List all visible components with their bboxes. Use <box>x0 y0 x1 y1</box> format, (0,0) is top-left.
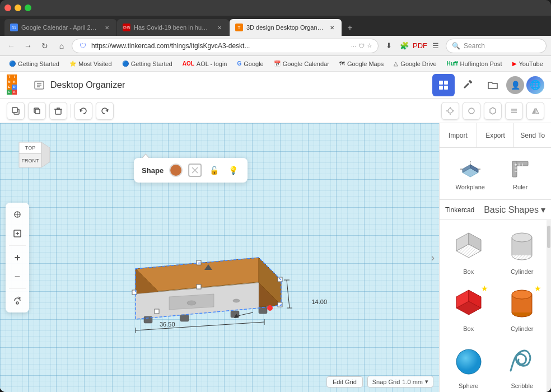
grid-view-button[interactable] <box>432 74 455 96</box>
light-button[interactable] <box>441 102 459 120</box>
tab-calendar[interactable]: 31 Google Calendar - April 2020 ✕ <box>4 19 116 36</box>
forward-button[interactable]: → <box>21 39 35 53</box>
shape-item-cylinder-gray[interactable]: Cylinder <box>498 225 547 277</box>
bookmark-getting-started-1[interactable]: 🔵 Getting Started <box>4 59 64 68</box>
workplane-button[interactable]: Workplane <box>445 152 496 195</box>
bookmark-drive[interactable]: △ Google Drive <box>389 59 441 68</box>
bookmark-getting-started-2[interactable]: 🔵 Getting Started <box>118 59 177 68</box>
bookmark-label: Most Visited <box>78 60 112 67</box>
scrollbar-track[interactable] <box>547 220 551 392</box>
user-avatar[interactable]: 👤 <box>506 76 524 94</box>
shape-visibility-button[interactable]: 💡 <box>226 164 240 177</box>
svg-rect-7 <box>444 86 448 90</box>
pdf-button[interactable]: PDF <box>413 39 427 53</box>
align-button[interactable] <box>505 102 523 120</box>
star-icon: ☆ <box>367 42 372 49</box>
new-tab-button[interactable]: + <box>342 20 358 36</box>
logo-cell-c: C <box>7 90 12 95</box>
bookmark-maps-label: Google Maps <box>347 60 384 67</box>
depth-dimension: 14.00 <box>311 298 327 305</box>
shape-color-button[interactable] <box>169 164 183 177</box>
url-icons: ··· 🛡 ☆ <box>351 42 372 49</box>
svg-rect-50 <box>180 315 189 321</box>
svg-marker-25 <box>532 108 535 114</box>
circle-tool-button[interactable] <box>463 102 480 120</box>
folder-button[interactable] <box>482 74 504 96</box>
tinkercad-logo[interactable]: T I N K E R C A <box>7 74 28 96</box>
tab-calendar-label: Google Calendar - April 2020 <box>21 24 99 31</box>
orientation-cube-container[interactable]: TOP FRONT <box>8 131 53 178</box>
bookmark-drive-label: Google Drive <box>400 60 436 67</box>
bookmark-aol[interactable]: AOL AOL - login <box>178 59 232 68</box>
shape-lock-button[interactable]: 🔓 <box>207 164 221 177</box>
back-button[interactable]: ← <box>4 39 18 53</box>
url-bar[interactable]: 🛡 https://www.tinkercad.com/things/itgls… <box>72 39 379 53</box>
zoom-fit-button[interactable] <box>9 225 26 242</box>
reload-button[interactable]: ↻ <box>38 39 52 53</box>
shape-item-box-gray[interactable]: Box <box>444 225 493 277</box>
shape-item-sphere[interactable]: Sphere <box>444 339 493 391</box>
redo-button[interactable] <box>96 102 114 120</box>
ruler-button[interactable]: Ruler <box>496 152 546 195</box>
menu-button[interactable]: ☰ <box>429 39 442 53</box>
globe-button[interactable]: 🌐 <box>526 76 544 94</box>
shape-item-cylinder-orange[interactable]: ★ Cylinder <box>498 282 547 334</box>
close-button[interactable] <box>4 4 11 11</box>
bookmark-youtube[interactable]: ▶ YouTube <box>508 59 548 68</box>
bookmark-maps[interactable]: 🗺 Google Maps <box>335 59 388 68</box>
delete-button[interactable] <box>49 102 67 120</box>
home-button[interactable]: ⌂ <box>55 39 68 53</box>
svg-point-90 <box>512 233 532 242</box>
shape-hole-button[interactable] <box>188 164 202 177</box>
maximize-button[interactable] <box>25 4 31 11</box>
import-button[interactable]: Import <box>440 123 477 147</box>
bookmarks-bar: 🔵 Getting Started ⭐ Most Visited 🔵 Getti… <box>0 56 551 72</box>
scrollbar-thumb[interactable] <box>547 226 550 248</box>
app-content: T I N K E R C A <box>0 72 551 392</box>
shapes-category: Tinkercad <box>445 206 474 214</box>
undo-button[interactable] <box>74 102 92 120</box>
shape-thumb-cylinder-orange: ★ <box>502 284 541 323</box>
logo-cell-t: T <box>7 74 12 80</box>
shape-item-scribble[interactable]: Scribble <box>498 339 547 391</box>
bookmark-most-visited[interactable]: ⭐ Most Visited <box>65 59 116 68</box>
copy-button[interactable] <box>7 102 25 120</box>
fit-view-button[interactable] <box>9 206 26 223</box>
aol-icon: AOL <box>183 60 194 67</box>
bookmark-news[interactable]: 📰 News <box>549 59 551 68</box>
hex-tool-button[interactable] <box>484 102 502 120</box>
tab-calendar-close[interactable]: ✕ <box>103 24 111 31</box>
bookmark-calendar[interactable]: 📅 Google Calendar <box>269 59 334 68</box>
shapes-dropdown[interactable]: Basic Shapes ▾ <box>484 204 545 215</box>
duplicate-button[interactable] <box>28 102 46 120</box>
minimize-button[interactable] <box>15 4 21 11</box>
zoom-out-button[interactable]: − <box>9 268 26 285</box>
svg-rect-53 <box>132 290 137 295</box>
svg-point-101 <box>456 349 481 374</box>
shape-item-box-red[interactable]: ★ Box <box>444 282 493 334</box>
bookmark-google[interactable]: G Google <box>232 59 268 68</box>
snap-grid-label: Snap Grid <box>372 379 400 385</box>
panel-toggle-button[interactable]: › <box>431 252 435 264</box>
tab-tinkercad-close[interactable]: ✕ <box>328 24 336 31</box>
tab-tinkercad[interactable]: T 3D design Desktop Organizer ✕ <box>230 19 342 36</box>
calendar-favicon: 31 <box>10 24 18 31</box>
main-area: TOP FRONT + − <box>0 123 551 392</box>
snap-grid-control[interactable]: Snap Grid 1.0 mm ▾ <box>367 376 433 388</box>
youtube-icon: ▶ <box>512 60 517 67</box>
project-title: Desktop Organizer <box>50 80 428 90</box>
rotate-view-button[interactable] <box>9 292 26 309</box>
viewport[interactable]: TOP FRONT + − <box>0 123 439 392</box>
edit-grid-button[interactable]: Edit Grid <box>326 376 363 388</box>
tab-covid[interactable]: CNN Has Covid-19 been in humans... ✕ <box>117 19 229 36</box>
extensions-button[interactable]: 🧩 <box>398 39 411 53</box>
search-bar[interactable]: 🔍 Search <box>446 39 547 53</box>
send-to-button[interactable]: Send To <box>514 123 551 147</box>
bookmark-huffpo[interactable]: Huff Huffington Post <box>442 59 507 68</box>
tab-covid-close[interactable]: ✕ <box>216 24 223 31</box>
zoom-in-button[interactable]: + <box>9 249 26 266</box>
mirror-button[interactable] <box>526 102 544 120</box>
download-button[interactable]: ⬇ <box>382 39 395 53</box>
tools-button[interactable] <box>457 74 479 96</box>
export-button[interactable]: Export <box>477 123 515 147</box>
